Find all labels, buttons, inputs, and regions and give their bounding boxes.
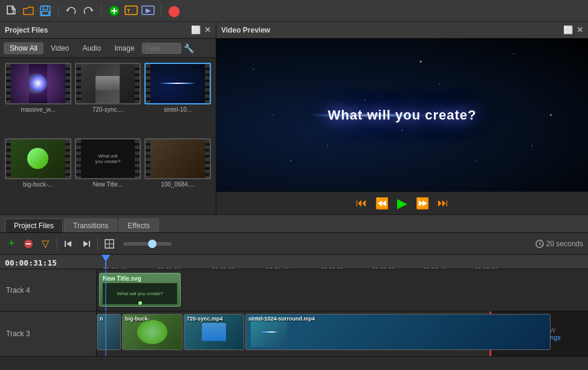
timeline-sep-1: [57, 238, 57, 250]
zoom-thumb[interactable]: [148, 240, 157, 248]
duration-label: 20 seconds: [546, 240, 583, 248]
thumbnail-item[interactable]: massive_w...: [5, 63, 71, 135]
ruler-mark-3: 00:01:40: [266, 267, 289, 269]
preview-text: What will you create?: [328, 107, 477, 123]
toolbar-separator-1: [58, 5, 59, 17]
clip-title-name: New Title.svg: [103, 275, 177, 282]
play-button[interactable]: ▶: [397, 196, 407, 211]
project-files-header: Project Files ⬜ ✕: [0, 22, 216, 39]
preview-header: Video Preview ⬜ ✕: [216, 22, 588, 39]
thumbnail-item[interactable]: What willyou create? New Title...: [75, 138, 141, 210]
close-icon[interactable]: ✕: [204, 25, 211, 34]
timeline-duration: 20 seconds: [535, 240, 583, 248]
timeline-area: 00:00:31:15 00:00:40 00:01:00 00:01:20 0…: [0, 255, 588, 357]
clip-2-label: big-buck-: [125, 316, 150, 322]
tab-show-all[interactable]: Show All: [4, 42, 44, 54]
record-button[interactable]: ⬤: [167, 4, 181, 18]
tab-effects[interactable]: Effects: [118, 218, 158, 232]
svg-text:T: T: [127, 8, 131, 14]
thumbnail-label: 100_0684....: [161, 181, 195, 188]
left-panel: Project Files ⬜ ✕ Show All Video Audio I…: [0, 22, 216, 214]
clip-1-label: n: [100, 316, 103, 322]
video-clip-1[interactable]: n: [97, 314, 121, 350]
ruler-mark-7: 00:03:00: [474, 267, 498, 269]
preview-minimize-icon[interactable]: ⬜: [563, 25, 573, 34]
fast-forward-button[interactable]: ⏩: [416, 197, 429, 210]
new-button[interactable]: [5, 4, 18, 18]
project-files-title: Project Files: [5, 26, 48, 34]
time-ruler: 00:00:31:15 00:00:40 00:01:00 00:01:20 0…: [0, 255, 588, 269]
timeline-center-button[interactable]: [103, 237, 116, 250]
timeline-sep-2: [97, 238, 98, 250]
thumbnail-item[interactable]: 100_0684....: [144, 138, 211, 210]
fast-forward-to-end-button[interactable]: ⏭: [438, 197, 448, 209]
timecode: 00:00:31:15: [5, 258, 57, 267]
track-4-label: Track 4: [0, 269, 97, 311]
track-4-content[interactable]: New Title.svg What will you create?: [97, 269, 588, 311]
track-3-label: Track 3: [0, 311, 97, 356]
timeline-toolbar: + ▽ 20 seconds: [0, 233, 588, 255]
ruler-mark-6: 00:02:40: [423, 267, 447, 269]
thumbnail-item[interactable]: big-buck-...: [5, 138, 71, 210]
thumbnail-item[interactable]: 720-sync....: [75, 63, 141, 135]
svg-line-24: [540, 244, 541, 245]
timeline-jump-start-button[interactable]: [62, 237, 76, 250]
rewind-button[interactable]: ⏪: [375, 197, 389, 210]
main-area: Project Files ⬜ ✕ Show All Video Audio I…: [0, 22, 588, 215]
track-3-content[interactable]: Activate W Go to Settings n: [97, 311, 588, 356]
filter-tabs: Show All Video Audio Image 🔧: [0, 39, 216, 58]
svg-marker-17: [83, 241, 88, 247]
thumbnail-label: sintel-10...: [164, 106, 192, 113]
svg-marker-12: [146, 8, 151, 13]
filter-clear-button[interactable]: 🔧: [184, 43, 194, 53]
title-clip[interactable]: New Title.svg What will you create?: [99, 273, 181, 307]
video-clip-2[interactable]: big-buck-: [122, 314, 183, 350]
thumbnail-item[interactable]: sintel-10...: [144, 63, 211, 135]
timeline-jump-end-button[interactable]: [79, 237, 92, 250]
zoom-track[interactable]: [123, 242, 172, 246]
svg-rect-4: [43, 6, 48, 10]
track-3-name: Track 3: [6, 330, 30, 338]
ruler-mark-1: 00:01:00: [157, 267, 181, 269]
thumbnail-label: big-buck-...: [23, 181, 53, 188]
preview-close-icon[interactable]: ✕: [577, 25, 583, 34]
clip-3-label: 720-sync.mp4: [187, 316, 223, 322]
rewind-to-start-button[interactable]: ⏮: [356, 197, 367, 209]
track-3-row: Track 3 Activate W Go to Settings n: [0, 311, 588, 357]
tab-transitions[interactable]: Transitions: [64, 218, 117, 232]
track-4-name: Track 4: [6, 286, 30, 295]
toolbar-separator-2: [101, 5, 102, 17]
thumbnails-grid: massive_w... 720-sync....: [0, 58, 216, 214]
video-clip-4[interactable]: sintel-1024-surround.mp4: [245, 314, 551, 350]
clip-4-label: sintel-1024-surround.mp4: [248, 316, 315, 322]
timeline-add-button[interactable]: +: [5, 237, 18, 250]
main-toolbar: T ⬤: [0, 0, 588, 22]
playback-controls: ⏮ ⏪ ▶ ⏩ ⏭: [216, 191, 588, 214]
tab-image[interactable]: Image: [108, 42, 140, 54]
toolbar-separator-3: [161, 5, 161, 17]
filter-input[interactable]: [142, 43, 181, 54]
save-button[interactable]: [39, 4, 52, 18]
tab-audio[interactable]: Audio: [77, 42, 108, 54]
thumbnail-label: New Title...: [93, 181, 123, 188]
export-button[interactable]: [141, 4, 155, 18]
video-preview-panel: Video Preview ⬜ ✕ What will you create? …: [216, 22, 588, 214]
bottom-tabs: Project Files Transitions Effects: [0, 215, 588, 233]
tab-video[interactable]: Video: [45, 42, 75, 54]
title-button[interactable]: T: [124, 4, 138, 18]
svg-marker-15: [66, 241, 71, 247]
ruler-mark-5: 00:02:20: [372, 267, 395, 269]
svg-rect-5: [42, 11, 49, 15]
video-clip-3[interactable]: 720-sync.mp4: [184, 314, 244, 350]
ruler-mark-2: 00:01:20: [212, 267, 235, 269]
add-clip-button[interactable]: [108, 4, 121, 18]
open-button[interactable]: [22, 4, 35, 18]
timeline-zoom: [123, 242, 172, 246]
tab-project-files[interactable]: Project Files: [5, 218, 63, 232]
redo-button[interactable]: [82, 4, 95, 18]
timeline-filter-button[interactable]: ▽: [39, 237, 52, 250]
minimize-icon[interactable]: ⬜: [191, 25, 201, 34]
timeline-remove-button[interactable]: [22, 237, 35, 250]
undo-button[interactable]: [65, 4, 78, 18]
preview-title: Video Preview: [221, 26, 270, 34]
